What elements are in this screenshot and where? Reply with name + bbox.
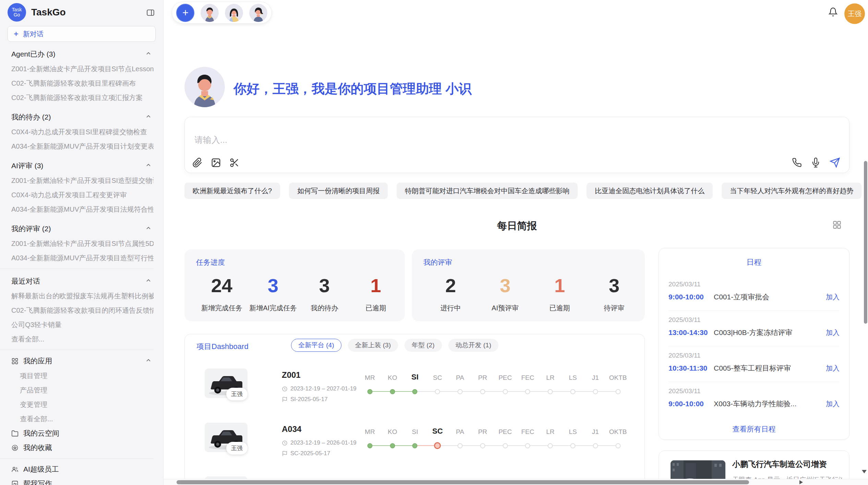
- milestone: PEC: [494, 423, 517, 457]
- project-row[interactable]: 王强 Z001 2023-12-19 – 2027-01-19 SI-2025-…: [185, 369, 644, 420]
- suggestion-chip[interactable]: 如何写一份清晰的项目周报: [289, 183, 388, 199]
- tab-model-year[interactable]: 年型 (2): [405, 339, 442, 352]
- event-time: 9:00-10:00: [668, 293, 714, 301]
- milestone-dot: [480, 389, 485, 394]
- section-my-todo[interactable]: 我的待办 (2): [0, 110, 154, 125]
- cloud-space-link[interactable]: 我的云空间: [0, 426, 154, 440]
- milestone-dot: [458, 443, 463, 448]
- divider: [0, 458, 154, 459]
- app-link-project[interactable]: 项目管理: [0, 369, 154, 383]
- favorites-link[interactable]: 我的收藏: [0, 440, 154, 455]
- section-my-review[interactable]: 我的评审 (2): [0, 221, 154, 236]
- event-title: X003-车辆动力学性能验...: [714, 399, 826, 409]
- list-item[interactable]: Z001-全新燃油轻卡产品开发项目SI节点属性5D文件评审: [0, 236, 154, 251]
- chevron-up-icon[interactable]: [145, 50, 152, 59]
- scroll-right-arrow[interactable]: [799, 480, 803, 484]
- event-time: 10:30-11:30: [668, 364, 714, 372]
- chevron-up-icon[interactable]: [145, 113, 152, 122]
- help-writing-link[interactable]: 帮我写作: [0, 476, 154, 485]
- attachment-icon[interactable]: [192, 158, 203, 168]
- flag-icon: [282, 397, 288, 402]
- list-item[interactable]: C0X4-动力总成开发项目工程变更评审: [0, 188, 154, 202]
- milestone-dot: [480, 443, 485, 448]
- join-link[interactable]: 加入: [826, 364, 840, 373]
- join-link[interactable]: 加入: [826, 399, 840, 409]
- ai-employee-link[interactable]: AI超级员工: [0, 462, 154, 476]
- add-session-button[interactable]: [176, 4, 194, 22]
- list-item[interactable]: 解释最新出台的欧盟报废车法规再生塑料比例被调至15%...: [0, 289, 154, 303]
- tab-upfit[interactable]: 全新上装 (3): [348, 339, 398, 352]
- event-date: 2025/03/11: [668, 275, 840, 288]
- chat-input[interactable]: [194, 135, 503, 145]
- agent-avatar[interactable]: [249, 4, 267, 22]
- horizontal-scrollbar-thumb[interactable]: [177, 480, 749, 484]
- scissors-icon[interactable]: [229, 158, 240, 168]
- agent-avatar[interactable]: [225, 4, 243, 22]
- section-agent-done[interactable]: Agent已办 (3): [0, 47, 154, 62]
- app-link-change[interactable]: 变更管理: [0, 397, 154, 412]
- milestone-dot: [615, 443, 620, 448]
- list-item[interactable]: A034-全新新能源MUV产品开发项目计划变更表编写: [0, 139, 154, 153]
- horizontal-scrollbar[interactable]: [164, 479, 868, 485]
- milestone: LS: [562, 369, 584, 403]
- suggestion-chip[interactable]: 欧洲新规最近颁布了什么?: [184, 183, 280, 199]
- stat: 1 已逾期: [350, 276, 401, 313]
- view-all-chats[interactable]: 查看全部...: [0, 332, 154, 346]
- user-avatar[interactable]: 王强: [844, 3, 865, 24]
- milestone-dot: [570, 443, 576, 448]
- milestone-dot: [548, 389, 553, 394]
- milestone-dot: [390, 443, 395, 448]
- scroll-down-arrow[interactable]: [862, 470, 867, 473]
- milestone: OKTB: [607, 369, 629, 403]
- sidebar-collapse-icon[interactable]: [146, 8, 155, 17]
- chevron-up-icon[interactable]: [145, 225, 152, 233]
- list-item[interactable]: Z001-全新燃油皮卡产品开发项目SI节点Lesson Learn报告: [0, 62, 154, 76]
- list-item[interactable]: C02-飞腾新能源轻客改款项目的闭环通告反馈情况: [0, 303, 154, 318]
- milestone: PR: [471, 369, 494, 403]
- suggestion-chip[interactable]: 当下年轻人对汽车外观有怎样的喜好趋势: [722, 183, 861, 199]
- list-item[interactable]: A034-全新新能源MUV产品开发项目造型可行性评审: [0, 251, 154, 265]
- project-dates: 2023-12-19 – 2027-01-19: [282, 385, 357, 392]
- section-ai-review[interactable]: AI评审 (3): [0, 158, 154, 173]
- app-link-product[interactable]: 产品管理: [0, 383, 154, 397]
- suggestion-chip[interactable]: 特朗普可能对进口汽车增税会对中国车企造成哪些影响: [397, 183, 578, 199]
- event-date: 2025/03/11: [668, 346, 840, 359]
- section-my-apps[interactable]: 我的应用: [0, 353, 154, 369]
- phone-call-icon[interactable]: [792, 158, 802, 167]
- list-item[interactable]: C0X4-动力总成开发项目SI里程碑提交物检查: [0, 125, 154, 139]
- milestone-dot: [434, 442, 441, 449]
- join-link[interactable]: 加入: [826, 328, 840, 337]
- join-link[interactable]: 加入: [826, 293, 840, 302]
- list-item[interactable]: C02-飞腾新能源轻客改款项目里程碑画布: [0, 76, 154, 90]
- chevron-up-icon[interactable]: [145, 277, 152, 286]
- list-item[interactable]: C02-飞腾新能源轻客改款项目立项汇报方案: [0, 90, 154, 105]
- view-all-schedule-link[interactable]: 查看所有日程: [659, 424, 849, 434]
- view-all-apps[interactable]: 查看全部...: [0, 412, 154, 426]
- new-chat-button[interactable]: 新对话: [8, 26, 156, 42]
- tab-platform[interactable]: 全新平台 (4): [291, 339, 341, 352]
- milestone: PA: [449, 423, 471, 457]
- image-icon[interactable]: [211, 158, 221, 168]
- project-dates: 2023-12-19 – 2026-01-19: [282, 439, 357, 446]
- logo-text-top: Task: [12, 7, 22, 12]
- agent-avatar[interactable]: [201, 4, 219, 22]
- list-item[interactable]: Z001-全新燃油轻卡产品开发项目SI造型提交物评审: [0, 173, 154, 188]
- send-icon[interactable]: [830, 157, 840, 168]
- project-row[interactable]: 王强 A034 2023-12-19 – 2026-01-19 SC-2025-…: [185, 423, 644, 474]
- milestone-dot: [570, 389, 576, 394]
- microphone-icon[interactable]: [811, 158, 821, 167]
- suggestion-chip[interactable]: 比亚迪全固态电池计划具体说了什么: [587, 183, 713, 199]
- notification-bell-icon[interactable]: [828, 7, 838, 17]
- chevron-up-icon[interactable]: [145, 162, 152, 170]
- vertical-scrollbar-thumb[interactable]: [864, 161, 867, 324]
- list-item[interactable]: A034-全新新能源MUV产品开发项目法规符合性评审: [0, 202, 154, 216]
- list-item[interactable]: 公司Q3轻卡销量: [0, 318, 154, 332]
- chevron-up-icon[interactable]: [145, 357, 152, 365]
- tab-powertrain[interactable]: 动总开发 (1): [448, 339, 499, 352]
- milestone-dot: [367, 389, 372, 394]
- layout-grid-icon[interactable]: [832, 220, 842, 229]
- event-time: 13:00-14:30: [668, 328, 714, 337]
- milestone-dot: [412, 389, 418, 394]
- divider: [0, 350, 154, 350]
- section-recent-chats[interactable]: 最近对话: [0, 274, 154, 289]
